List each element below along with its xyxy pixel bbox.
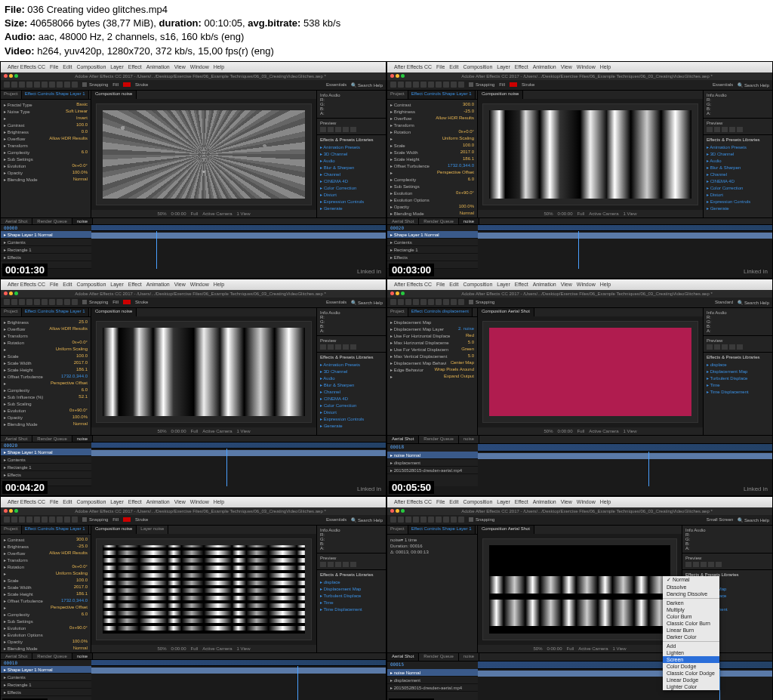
property-value[interactable]: 100.0 [76, 353, 88, 359]
property-row[interactable]: ▸ Transform [4, 142, 88, 149]
tool-button[interactable] [458, 517, 464, 523]
property-value[interactable]: Uniform Scaling [56, 347, 88, 352]
viewer-stat[interactable]: 1 View [237, 429, 251, 433]
viewer-stat[interactable]: Full [191, 211, 199, 216]
tab-effect-controls[interactable]: Effect Controls Shape Layer 1 [22, 91, 89, 99]
tool-button[interactable] [49, 299, 55, 305]
search-help[interactable]: 🔍 Search Help [738, 82, 769, 88]
property-value[interactable]: 6.0 [468, 177, 474, 182]
property-value[interactable]: 25.0 [79, 319, 88, 325]
property-row[interactable]: ▸ Scale100.0 [4, 353, 88, 359]
tool-button[interactable] [4, 82, 10, 88]
tab-aerial[interactable]: Composition Aerial Shot [478, 308, 534, 316]
tool-button[interactable] [57, 82, 63, 88]
property-value[interactable]: 186.1 [463, 156, 474, 162]
timeline-track-area[interactable] [478, 452, 772, 486]
tool-button[interactable] [390, 517, 396, 523]
playback-button[interactable] [335, 127, 341, 132]
snapping-toggle[interactable]: Snapping [82, 82, 108, 87]
stroke-label[interactable]: Stroke [135, 517, 148, 522]
menu-item[interactable]: Window [577, 64, 596, 69]
property-value[interactable]: Allow HDR Results [49, 326, 88, 331]
viewer-stat[interactable]: 0:00:00 [171, 646, 186, 651]
playback-button[interactable] [685, 562, 691, 567]
tl-tab-render[interactable]: Render Queue [419, 436, 458, 443]
tool-button[interactable] [390, 82, 396, 88]
menu-item[interactable]: View [561, 64, 572, 69]
tool-button[interactable] [19, 299, 25, 305]
layer-bar[interactable] [478, 671, 772, 677]
tool-button[interactable] [11, 299, 17, 305]
viewer-stat[interactable]: 1 View [624, 429, 637, 433]
layer-row[interactable]: ▸ displacement [387, 459, 478, 467]
tool-button[interactable] [436, 517, 442, 523]
timeline-track-area[interactable] [91, 449, 386, 486]
property-value[interactable]: Green [461, 347, 474, 352]
effect-preset-item[interactable]: ▸ CINEMA 4D [320, 395, 383, 402]
viewer-stat[interactable]: 50% [158, 429, 167, 433]
minimize-icon[interactable] [396, 291, 399, 295]
tab-effect-controls[interactable]: Effect Controls displacement [408, 308, 473, 316]
current-timecode[interactable]: 00020 [1, 443, 91, 449]
property-row[interactable]: ▸ Contrast300.0 [4, 536, 88, 543]
close-icon[interactable] [390, 291, 394, 295]
effect-preset-item[interactable]: ▸ Animation Presets [707, 143, 769, 150]
property-value[interactable]: -25.0 [463, 109, 474, 114]
property-value[interactable]: Basic [76, 102, 88, 107]
layer-row[interactable]: ▸ Effects [387, 254, 478, 261]
property-value[interactable]: 1732.0,344.0 [448, 163, 474, 168]
tool-button[interactable] [4, 299, 10, 305]
menu-item[interactable]: Edit [449, 282, 458, 287]
menu-item[interactable]: Composition [463, 282, 492, 287]
time-ruler[interactable] [478, 225, 772, 231]
search-help[interactable]: 🔍 Search Help [351, 82, 383, 88]
tool-button[interactable] [413, 82, 419, 88]
layer-row[interactable]: ▸ displacement [387, 677, 478, 684]
property-value[interactable]: Wrap Pixels Around [434, 367, 474, 372]
viewer-stat[interactable]: Full [567, 646, 574, 651]
tool-button[interactable] [413, 517, 419, 523]
minimize-icon[interactable] [396, 509, 399, 513]
menu-item[interactable]: Animation [533, 282, 556, 287]
property-value[interactable]: 1732.0,344.0 [61, 598, 88, 603]
property-row[interactable]: ▸ Invert [4, 115, 88, 122]
fill-color-swatch[interactable] [123, 517, 131, 522]
close-icon[interactable] [4, 509, 8, 513]
tool-button[interactable] [34, 517, 40, 523]
layer-row[interactable]: ▸ 20150528015-dresden-aerial.mp4 [387, 684, 478, 692]
effect-preset-item[interactable]: ▸ displace [320, 578, 383, 585]
current-timecode[interactable]: 00020 [387, 225, 478, 231]
property-row[interactable]: ▸ Fractal TypeBasic [4, 101, 88, 108]
menu-item[interactable]: Help [214, 282, 224, 287]
composition-viewer[interactable] [482, 103, 698, 205]
menu-item[interactable]: Effect [128, 499, 142, 504]
property-value[interactable]: 300.0 [463, 102, 474, 107]
menu-item[interactable]: Composition [76, 64, 106, 69]
tool-button[interactable] [451, 299, 457, 305]
property-value[interactable]: 0x+90.0° [69, 625, 88, 631]
viewer-stat[interactable]: Full [577, 429, 585, 433]
menu-item[interactable]: Help [600, 282, 611, 287]
menu-item[interactable]: Animation [146, 499, 170, 504]
viewer-stat[interactable]: Full [577, 211, 585, 216]
property-value[interactable]: 0x+0.0° [72, 163, 88, 168]
property-value[interactable]: 2017.0 [460, 150, 474, 155]
property-value[interactable]: Allow HDR Results [436, 116, 474, 121]
property-row[interactable]: ▸ Scale100.0 [4, 577, 88, 584]
menu-item[interactable]: Multiply [663, 606, 719, 613]
workspace-label[interactable]: Essentials [713, 82, 733, 87]
menu-item[interactable]: Composition [76, 499, 106, 504]
layer-row[interactable]: ▸ Effects [1, 471, 91, 479]
menu-item[interactable]: Edit [63, 282, 72, 287]
playback-button[interactable] [716, 562, 722, 567]
property-row[interactable]: ▸ Perspective Offset [390, 169, 474, 176]
tool-button[interactable] [49, 82, 55, 88]
menu-item[interactable]: Lighter Color [663, 683, 719, 690]
time-ruler[interactable] [478, 444, 772, 452]
property-value[interactable]: 100.0% [72, 170, 88, 175]
property-row[interactable]: ▸ Evolution0x+90.0° [4, 624, 88, 631]
menu-item[interactable]: Edit [449, 64, 458, 69]
menu-item[interactable]: Edit [449, 499, 458, 504]
playback-button[interactable] [343, 344, 349, 350]
tab-project[interactable]: Project [1, 91, 22, 99]
